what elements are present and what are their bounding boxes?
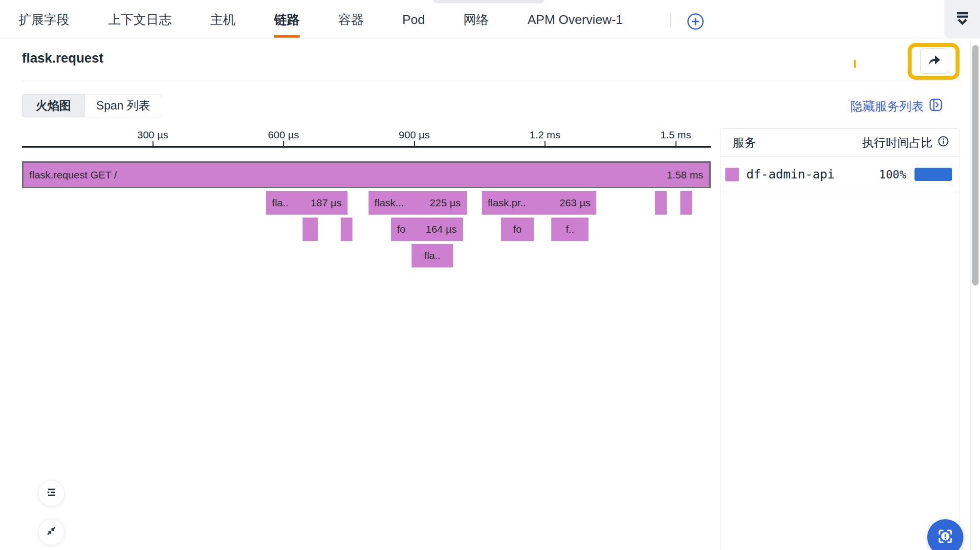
header-divider bbox=[22, 81, 959, 81]
scan-alert-icon bbox=[936, 527, 955, 548]
span-duration: 164 µs bbox=[426, 223, 457, 235]
tab-strip: 扩展字段 上下文日志 主机 链路 容器 Pod 网络 APM Overview-… bbox=[19, 0, 623, 39]
services-panel: 服务 执行时间占比 df-admin-api 100% bbox=[720, 128, 959, 550]
view-toggle: 火焰图 Span 列表 bbox=[22, 94, 162, 117]
trace-header-row: flask.request bbox=[0, 39, 980, 81]
axis-tick-label: 900 µs bbox=[399, 129, 430, 141]
span-label: fla.. bbox=[272, 197, 288, 209]
flame-span[interactable]: fla.. bbox=[412, 244, 453, 267]
exec-ratio-column-header: 执行时间占比 bbox=[862, 135, 933, 151]
tab-apm-overview[interactable]: APM Overview-1 bbox=[527, 0, 623, 39]
page-title: flask.request bbox=[22, 51, 104, 66]
tab-label: Pod bbox=[402, 12, 425, 27]
add-tab-button[interactable] bbox=[687, 14, 704, 31]
span-outline-button[interactable] bbox=[38, 480, 65, 506]
span-duration: 187 µs bbox=[311, 197, 342, 209]
tab-host[interactable]: 主机 bbox=[210, 0, 236, 39]
toggle-label: Span 列表 bbox=[96, 98, 151, 113]
tab-label: 扩展字段 bbox=[19, 11, 69, 28]
tab-container[interactable]: 容器 bbox=[338, 0, 364, 39]
annotation-tick bbox=[854, 60, 856, 68]
service-name: df-admin-api bbox=[746, 167, 879, 181]
flame-span[interactable]: fla..187 µs bbox=[266, 191, 348, 215]
span-label: f.. bbox=[566, 223, 575, 235]
plus-circle-icon bbox=[687, 13, 704, 32]
collapse-panel-icon bbox=[929, 98, 943, 115]
toggle-span-list[interactable]: Span 列表 bbox=[85, 94, 162, 117]
span-label: fla.. bbox=[424, 250, 441, 262]
share-arrow-icon bbox=[927, 54, 941, 68]
tab-label: 上下文日志 bbox=[108, 11, 172, 28]
flame-span[interactable]: flask...225 µs bbox=[369, 191, 467, 215]
span-label: flask... bbox=[374, 197, 404, 209]
span-duration: 263 µs bbox=[560, 197, 590, 209]
flame-span[interactable]: fo bbox=[501, 218, 534, 241]
service-row[interactable]: df-admin-api 100% bbox=[720, 157, 959, 192]
flame-span[interactable] bbox=[680, 191, 692, 215]
tab-divider bbox=[670, 13, 671, 27]
tab-label: 主机 bbox=[210, 11, 236, 28]
flame-span[interactable]: flask.pr..263 µs bbox=[482, 191, 597, 215]
tab-label: 容器 bbox=[338, 11, 364, 28]
axis-tick-label: 1.2 ms bbox=[530, 129, 561, 141]
span-label: fo bbox=[397, 223, 406, 235]
tab-label: 链路 bbox=[274, 11, 300, 28]
span-label: flask.pr.. bbox=[488, 197, 526, 209]
axis-tick-label: 300 µs bbox=[137, 129, 168, 141]
toggle-flame-graph[interactable]: 火焰图 bbox=[22, 94, 85, 117]
scrollbar-track bbox=[970, 39, 971, 550]
tab-context-logs[interactable]: 上下文日志 bbox=[108, 0, 172, 39]
flame-span[interactable] bbox=[303, 218, 318, 241]
top-nav-bar: 扩展字段 上下文日志 主机 链路 容器 Pod 网络 APM Overview-… bbox=[0, 0, 980, 39]
span-duration: 1.58 ms bbox=[667, 169, 703, 181]
span-duration: 225 µs bbox=[430, 197, 460, 209]
flame-span[interactable] bbox=[655, 191, 667, 215]
collapse-arrows-icon bbox=[45, 525, 58, 539]
collapse-view-button[interactable] bbox=[38, 519, 65, 545]
service-color-swatch bbox=[725, 168, 739, 181]
filter-collapse-icon bbox=[953, 9, 972, 29]
outline-list-icon bbox=[44, 485, 58, 501]
hide-services-link[interactable]: 隐藏服务列表 bbox=[850, 98, 943, 115]
tab-extended-fields[interactable]: 扩展字段 bbox=[19, 0, 69, 39]
axis-tick-label: 600 µs bbox=[268, 129, 299, 141]
tab-label: 网络 bbox=[463, 11, 489, 28]
service-ratio-bar bbox=[915, 168, 952, 181]
tab-trace[interactable]: 链路 bbox=[274, 0, 300, 39]
span-label: fo bbox=[513, 223, 522, 235]
flame-span[interactable]: fo164 µs bbox=[391, 218, 462, 241]
service-column-header: 服务 bbox=[733, 135, 756, 151]
time-axis-line bbox=[22, 146, 711, 148]
span-label: flask.request GET / bbox=[29, 169, 117, 181]
flame-span[interactable]: flask.request GET /1.58 ms bbox=[22, 161, 711, 188]
flame-span[interactable] bbox=[341, 218, 352, 241]
service-percent: 100% bbox=[879, 168, 906, 181]
flame-span[interactable]: f.. bbox=[551, 218, 588, 241]
toggle-label: 火焰图 bbox=[36, 98, 71, 113]
collapse-header-button[interactable] bbox=[944, 0, 980, 38]
tab-pod[interactable]: Pod bbox=[402, 0, 425, 39]
axis-tick-label: 1.5 ms bbox=[660, 129, 691, 141]
active-tab-underline bbox=[274, 35, 300, 38]
scrollbar-thumb[interactable] bbox=[972, 45, 979, 286]
share-button[interactable] bbox=[920, 48, 947, 74]
info-icon[interactable] bbox=[937, 135, 949, 150]
tab-label: APM Overview-1 bbox=[527, 12, 623, 27]
services-panel-header: 服务 执行时间占比 bbox=[720, 129, 959, 157]
tab-network[interactable]: 网络 bbox=[463, 0, 489, 39]
hide-services-label: 隐藏服务列表 bbox=[850, 98, 924, 114]
